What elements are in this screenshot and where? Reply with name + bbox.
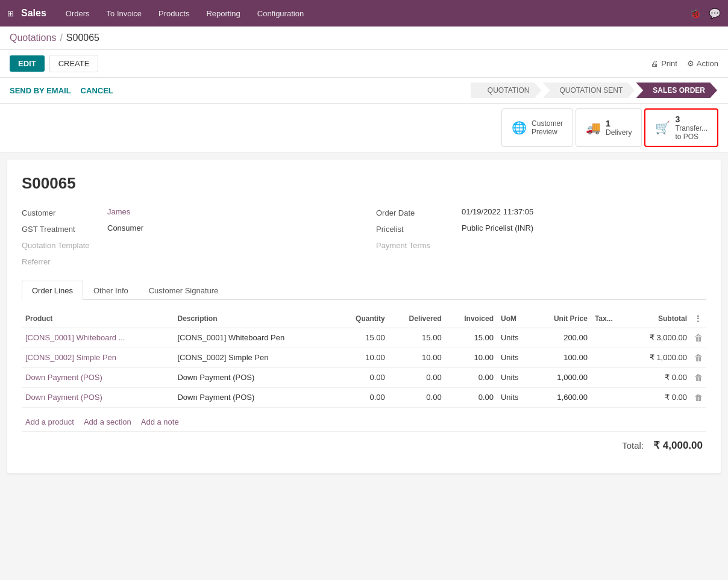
chat-icon[interactable]: 💬 (709, 8, 721, 19)
delivery-count: 1 (606, 119, 632, 128)
delete-row-1[interactable]: 🗑 (694, 333, 703, 343)
product-2[interactable]: [CONS_0002] Simple Pen (22, 348, 174, 368)
total-value: ₹ 4,000.00 (653, 439, 703, 452)
product-1[interactable]: [CONS_0001] Whiteboard ... (22, 328, 174, 348)
nav-configuration[interactable]: Configuration (250, 5, 311, 22)
delete-row-3[interactable]: 🗑 (694, 373, 703, 382)
subtotal-3: ₹ 0.00 (627, 368, 691, 388)
product-4[interactable]: Down Payment (POS) (22, 388, 174, 408)
customer-value[interactable]: James (107, 207, 130, 216)
table-row: Down Payment (POS) Down Payment (POS) 0.… (22, 388, 706, 408)
customer-preview-button[interactable]: 🌐 Customer Preview (501, 108, 573, 147)
quantity-4: 0.00 (336, 388, 388, 408)
gst-value: Consumer (107, 223, 143, 232)
description-4: Down Payment (POS) (174, 388, 336, 408)
col-description: Description (174, 310, 336, 328)
pricelist-value: Public Pricelist (INR) (462, 223, 533, 232)
order-date-label: Order Date (376, 207, 454, 217)
tab-other-info[interactable]: Other Info (83, 281, 139, 300)
delete-row-4[interactable]: 🗑 (694, 393, 703, 402)
pipeline-quotation-sent[interactable]: QUOTATION SENT (542, 83, 635, 98)
form-left: Customer James GST Treatment Consumer Qu… (22, 207, 352, 266)
col-uom: UoM (497, 310, 533, 328)
payment-terms-row: Payment Terms (376, 240, 706, 250)
truck-icon: 🚚 (586, 120, 601, 135)
tab-customer-signature[interactable]: Customer Signature (139, 281, 229, 300)
form-grid: Customer James GST Treatment Consumer Qu… (22, 207, 706, 266)
invoiced-2: 10.00 (445, 348, 497, 368)
tab-order-lines[interactable]: Order Lines (22, 281, 83, 300)
delivered-1: 15.00 (389, 328, 445, 348)
smart-buttons-bar: 🌐 Customer Preview 🚚 1 Delivery 🛒 3 Tran… (0, 104, 728, 152)
edit-button[interactable]: EDIT (10, 55, 45, 72)
nav-reporting[interactable]: Reporting (199, 5, 247, 22)
col-tax: Tax... (591, 310, 627, 328)
pos-transfer-count: 3 (675, 114, 708, 124)
tax-3 (591, 368, 627, 388)
delivered-4: 0.00 (389, 388, 445, 408)
add-product-link[interactable]: Add a product (25, 417, 74, 426)
send-by-email-button[interactable]: SEND BY EMAIL (10, 84, 71, 98)
nav-products[interactable]: Products (151, 5, 196, 22)
uom-4: Units (497, 388, 533, 408)
breadcrumb: Quotations / S00065 (0, 27, 728, 50)
status-bar: SEND BY EMAIL CANCEL QUOTATION QUOTATION… (0, 78, 728, 104)
unit-price-4: 1,600.00 (533, 388, 591, 408)
action-bar: EDIT CREATE 🖨 Print ⚙ Action (0, 50, 728, 78)
bug-icon[interactable]: 🐞 (689, 8, 701, 19)
delivered-2: 10.00 (389, 348, 445, 368)
invoiced-1: 15.00 (445, 328, 497, 348)
create-button[interactable]: CREATE (49, 55, 99, 72)
subtotal-4: ₹ 0.00 (627, 388, 691, 408)
col-invoiced: Invoiced (445, 310, 497, 328)
referrer-row: Referrer (22, 256, 352, 266)
form-right: Order Date 01/19/2022 11:37:05 Pricelist… (376, 207, 706, 266)
pos-transfer-label: Transfer... to POS (675, 124, 708, 141)
pipeline-quotation[interactable]: QUOTATION (471, 83, 542, 98)
col-product: Product (22, 310, 174, 328)
basket-icon: 🛒 (655, 120, 670, 135)
print-button[interactable]: 🖨 Print (651, 59, 677, 68)
col-quantity: Quantity (336, 310, 388, 328)
pricelist-row: Pricelist Public Pricelist (INR) (376, 223, 706, 234)
add-note-link[interactable]: Add a note (141, 417, 179, 426)
col-subtotal: Subtotal (627, 310, 691, 328)
nav-to-invoice[interactable]: To Invoice (99, 5, 149, 22)
description-1: [CONS_0001] Whiteboard Pen (174, 328, 336, 348)
add-section-link[interactable]: Add a section (84, 417, 131, 426)
pipeline-sales-order[interactable]: SALES ORDER (636, 83, 717, 98)
printer-icon: 🖨 (651, 59, 659, 68)
unit-price-2: 100.00 (533, 348, 591, 368)
delivery-button[interactable]: 🚚 1 Delivery (576, 108, 642, 147)
delete-row-2[interactable]: 🗑 (694, 353, 703, 363)
quantity-2: 10.00 (336, 348, 388, 368)
nav-right: 🐞 💬 (689, 8, 721, 19)
transfer-to-pos-button[interactable]: 🛒 3 Transfer... to POS (644, 108, 718, 147)
product-3[interactable]: Down Payment (POS) (22, 368, 174, 388)
total-label: Total: (622, 440, 644, 451)
brand-label: Sales (21, 8, 46, 19)
order-date-row: Order Date 01/19/2022 11:37:05 (376, 207, 706, 217)
invoiced-3: 0.00 (445, 368, 497, 388)
uom-1: Units (497, 328, 533, 348)
breadcrumb-parent[interactable]: Quotations (10, 33, 56, 43)
breadcrumb-current: S00065 (66, 33, 99, 43)
order-number: S00065 (22, 174, 706, 193)
gear-icon: ⚙ (687, 59, 694, 68)
payment-terms-label: Payment Terms (376, 240, 454, 250)
action-button[interactable]: ⚙ Action (687, 59, 718, 68)
customer-preview-label: Customer Preview (532, 119, 563, 136)
pricelist-label: Pricelist (376, 223, 454, 234)
gst-label: GST Treatment (22, 223, 100, 234)
quotation-template-label: Quotation Template (22, 240, 100, 250)
nav-orders[interactable]: Orders (58, 5, 97, 22)
order-date-value: 01/19/2022 11:37:05 (462, 207, 533, 216)
description-3: Down Payment (POS) (174, 368, 336, 388)
table-row: Down Payment (POS) Down Payment (POS) 0.… (22, 368, 706, 388)
referrer-label: Referrer (22, 256, 100, 266)
col-delivered: Delivered (389, 310, 445, 328)
cancel-button[interactable]: CANCEL (81, 84, 113, 98)
quantity-3: 0.00 (336, 368, 388, 388)
grid-icon[interactable]: ⊞ (7, 9, 14, 18)
gst-row: GST Treatment Consumer (22, 223, 352, 234)
